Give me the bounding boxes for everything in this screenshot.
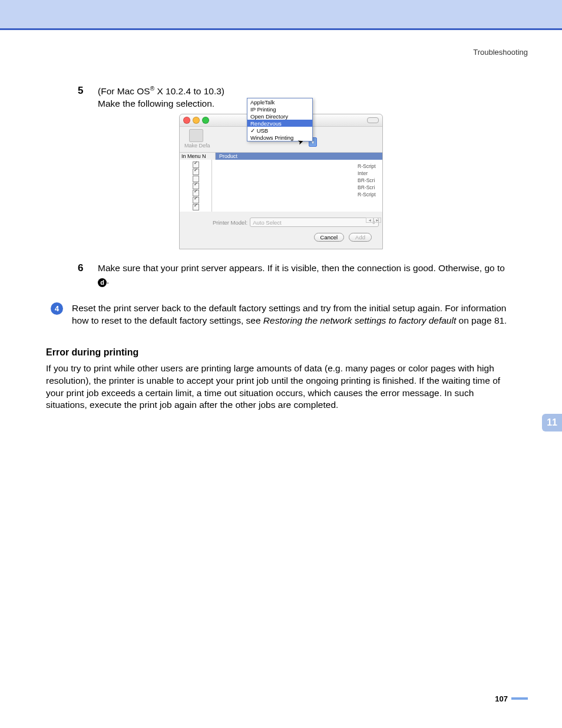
minimize-traffic-light[interactable] — [193, 117, 200, 124]
major-step-4: 4 Reset the print server back to the def… — [51, 302, 516, 327]
connection-dropdown-menu: AppleTalk IP Printing Open Directory Ren… — [247, 98, 313, 141]
kind-column-peek: R-Script Inter BR-Scri BR-Scri R-Script — [356, 160, 382, 212]
mac-printer-window: AppleTalk IP Printing Open Directory Ren… — [179, 114, 383, 249]
page-number-value: 107 — [495, 694, 508, 703]
product-column — [212, 160, 356, 212]
step-number: 6 — [78, 262, 98, 287]
close-traffic-light[interactable] — [183, 117, 190, 124]
page-number: 107 — [0, 694, 562, 714]
step4-body: Reset the print server back to the defau… — [72, 302, 516, 327]
zoom-traffic-light[interactable] — [202, 117, 209, 124]
kind-hint: R-Script — [358, 192, 381, 199]
printer-model-label: Printer Model: — [213, 219, 247, 226]
step-body: Make sure that your print server appears… — [98, 262, 516, 287]
reg-mark: ® — [150, 85, 154, 92]
step6-text-b: . — [107, 275, 109, 285]
printer-model-select[interactable]: Auto Select ⇳ — [250, 218, 379, 227]
menu-ipprinting[interactable]: IP Printing — [247, 106, 312, 113]
step-6: 6 Make sure that your print server appea… — [78, 262, 516, 287]
menu-appletalk[interactable]: AppleTalk — [247, 98, 312, 106]
make-default-label: Make Defa — [184, 143, 378, 149]
step4-link[interactable]: Restoring the network settings to factor… — [263, 315, 456, 325]
col-product[interactable]: Product — [216, 153, 382, 160]
dialog-buttons: Cancel Add — [180, 229, 382, 249]
page-section-header: Troubleshooting — [0, 48, 562, 57]
add-button[interactable]: Add — [349, 233, 372, 242]
page-number-bar-icon — [511, 697, 528, 700]
printer-list: R-Script Inter BR-Scri BR-Scri R-Script — [180, 160, 382, 212]
step5-line2: Make the following selection. — [98, 98, 214, 108]
printer-icon[interactable] — [189, 129, 203, 142]
col-in-menu[interactable]: In Menu N — [180, 153, 216, 160]
toolbar-pill[interactable] — [367, 117, 379, 123]
cancel-button[interactable]: Cancel — [314, 233, 345, 242]
scroll-arrows[interactable]: ◄► — [366, 218, 381, 223]
step-body: (For Mac OS® X 10.2.4 to 10.3) Make the … — [98, 85, 224, 110]
menu-usb[interactable]: USB — [247, 127, 312, 134]
screenshot-figure: AppleTalk IP Printing Open Directory Ren… — [46, 114, 516, 249]
error-section-title: Error during printing — [46, 347, 516, 358]
chapter-tab: 11 — [542, 414, 562, 431]
top-color-bar — [0, 0, 562, 30]
step4-b: on page 81. — [456, 315, 507, 325]
checkbox-row[interactable] — [193, 169, 199, 175]
menu-rendezvous[interactable]: Rendezvous — [247, 120, 312, 127]
checkbox-row[interactable] — [193, 204, 199, 210]
kind-hint: Inter — [358, 170, 381, 177]
kind-hint: BR-Scri — [358, 177, 381, 185]
kind-hint: BR-Scri — [358, 185, 381, 192]
printer-model-value: Auto Select — [253, 219, 282, 226]
step5-line1b: X 10.2.4 to 10.3) — [154, 86, 224, 96]
step5-line1a: (For Mac OS — [98, 86, 150, 96]
blue-circle-4: 4 — [51, 302, 63, 315]
in-menu-column — [180, 160, 212, 212]
step6-text-a: Make sure that your print server appears… — [98, 263, 505, 273]
error-section-para: If you try to print while other users ar… — [46, 363, 516, 412]
step4-icon-wrap: 4 — [51, 302, 72, 327]
printer-model-row: Printer Model: Auto Select ⇳ — [180, 212, 382, 229]
menu-opendirectory[interactable]: Open Directory — [247, 113, 312, 120]
ref-circle-4: d — [98, 278, 107, 287]
list-header: In Menu N Product — [180, 153, 382, 160]
step-number: 5 — [78, 85, 98, 110]
kind-hint: R-Script — [358, 163, 381, 170]
